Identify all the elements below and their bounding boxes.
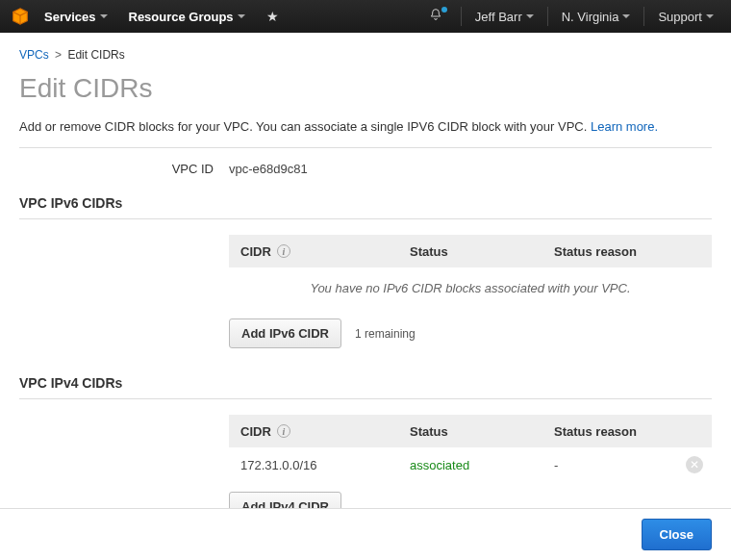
nav-region-label: N. Virginia — [562, 10, 619, 24]
remove-cidr-icon[interactable]: ✕ — [686, 456, 703, 473]
nav-user-label: Jeff Barr — [475, 10, 522, 24]
nav-support-label: Support — [658, 10, 702, 24]
nav-region[interactable]: N. Virginia — [554, 0, 639, 33]
learn-more-link[interactable]: Learn more. — [591, 119, 658, 134]
info-icon[interactable]: i — [277, 424, 290, 438]
close-button[interactable]: Close — [642, 519, 712, 550]
aws-logo-icon[interactable] — [10, 6, 31, 27]
ipv6-section-title: VPC IPv6 CIDRs — [19, 195, 712, 219]
nav-services-label: Services — [44, 10, 96, 24]
bell-icon — [428, 7, 447, 26]
ipv6-actions: Add IPv6 CIDR 1 remaining — [229, 318, 712, 348]
breadcrumb-current: Edit CIDRs — [67, 48, 124, 62]
caret-down-icon — [706, 14, 714, 18]
page-body: VPCs > Edit CIDRs Edit CIDRs Add or remo… — [0, 33, 731, 560]
ipv4-table-header: CIDR i Status Status reason — [229, 415, 712, 447]
nav-separator — [461, 7, 462, 26]
col-cidr-label: CIDR — [240, 424, 271, 439]
col-reason-label: Status reason — [546, 244, 677, 259]
ipv6-empty-message: You have no IPv6 CIDR blocks associated … — [229, 267, 712, 309]
col-reason-label: Status reason — [546, 424, 677, 439]
ipv4-cidr-value: 172.31.0.0/16 — [229, 458, 402, 472]
breadcrumb-root-link[interactable]: VPCs — [19, 48, 49, 62]
top-nav: Services Resource Groups ★ Jeff Barr N. … — [0, 0, 731, 33]
ipv4-section-title: VPC IPv4 CIDRs — [19, 375, 712, 399]
caret-down-icon — [238, 14, 245, 18]
add-ipv6-cidr-button[interactable]: Add IPv6 CIDR — [229, 318, 341, 348]
description-text: Add or remove CIDR blocks for your VPC. … — [19, 119, 591, 134]
ipv6-remaining-label: 1 remaining — [355, 327, 416, 341]
nav-services[interactable]: Services — [37, 0, 115, 33]
col-status-label: Status — [402, 244, 546, 259]
col-cidr-label: CIDR — [240, 244, 271, 259]
page-title: Edit CIDRs — [19, 73, 712, 104]
page-footer: Close — [0, 508, 731, 560]
breadcrumb: VPCs > Edit CIDRs — [19, 48, 712, 62]
vpc-id-value: vpc-e68d9c81 — [229, 162, 308, 176]
nav-support[interactable]: Support — [650, 0, 721, 33]
ipv4-table: CIDR i Status Status reason 172.31.0.0/1… — [229, 415, 712, 482]
caret-down-icon — [100, 14, 108, 18]
pin-icon: ★ — [266, 9, 279, 24]
vpc-id-row: VPC ID vpc-e68d9c81 — [19, 148, 712, 190]
nav-resource-groups-label: Resource Groups — [129, 10, 234, 24]
caret-down-icon — [526, 14, 534, 18]
ipv4-table-row: 172.31.0.0/16 associated - ✕ — [229, 447, 712, 482]
nav-user[interactable]: Jeff Barr — [467, 0, 542, 33]
ipv4-status-value: associated — [402, 458, 546, 472]
caret-down-icon — [622, 14, 630, 18]
col-status-label: Status — [402, 424, 546, 439]
info-icon[interactable]: i — [277, 244, 290, 258]
notification-dot-icon — [441, 7, 447, 13]
ipv4-reason-value: - — [546, 458, 677, 472]
breadcrumb-separator: > — [55, 48, 62, 62]
nav-separator — [643, 7, 644, 26]
nav-pin[interactable]: ★ — [259, 0, 287, 33]
nav-notifications[interactable] — [420, 0, 455, 33]
nav-separator — [547, 7, 548, 26]
ipv6-table-header: CIDR i Status Status reason — [229, 235, 712, 267]
ipv6-table: CIDR i Status Status reason You have no … — [229, 235, 712, 309]
nav-resource-groups[interactable]: Resource Groups — [121, 0, 253, 33]
vpc-id-label: VPC ID — [19, 162, 229, 176]
page-description: Add or remove CIDR blocks for your VPC. … — [19, 114, 712, 148]
